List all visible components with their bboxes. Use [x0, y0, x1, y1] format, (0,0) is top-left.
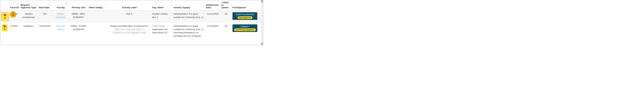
col-header-approval-type[interactable]: Request Approval Type▲▼	[20, 0, 38, 11]
col-header-submission-date[interactable]: Submission Date▲▼	[205, 0, 220, 11]
table-row: 2 136252 2 Student Involvement N/A Redac…	[0, 11, 261, 23]
col-header-form-id[interactable]: Form ID▲▼	[9, 0, 20, 11]
activity-label-cell: Nov 1	[108, 11, 151, 23]
tag-button-highlight: 2	[1, 12, 9, 21]
days-in-queue-cell: 28	[220, 23, 232, 39]
form-queue-button[interactable]: Category I Vice Provost Approver	[232, 24, 257, 32]
submission-date-cell: 07/18/2024	[205, 23, 220, 39]
table-row: 4 121933 Category I 11/01/2024 Redacted …	[0, 23, 261, 39]
form-id-cell: 136252 2	[9, 11, 20, 23]
scrollbar-down[interactable]: ▼	[261, 43, 263, 45]
form-queue-cell: Student Involvement Dept Approver	[232, 11, 261, 23]
col-header-faculty[interactable]: Faculty▲▼	[52, 0, 69, 11]
approval-type-cell: Student Involvement	[20, 11, 38, 23]
annotation-callout: 2	[10, 11, 16, 18]
col-header-other-units[interactable]: Other Unit(s)▲▼	[88, 0, 108, 11]
col-header-days-in-queue[interactable]: # Days in Queue▲▼	[220, 0, 232, 11]
form-queue-cell: Category I Vice Provost Approver	[232, 23, 261, 39]
form-queue-main: Student Involvement	[236, 13, 254, 16]
col-header-activity-types[interactable]: Activity Type(s)	[172, 0, 205, 11]
tag-count: 2	[4, 17, 6, 19]
form-id-cell: 121933	[9, 23, 20, 39]
approval-table: Form ID▲▼ Request Approval Type▲▼ Start …	[0, 0, 261, 39]
col-header-primary-unit[interactable]: Primary Unit▲▼	[69, 0, 88, 11]
start-date-cell: N/A	[38, 11, 52, 23]
approval-type-cell: Category I	[20, 23, 38, 39]
scrollbar-track[interactable]: ▲ ▼	[261, 0, 263, 45]
tag-count: 4	[4, 28, 5, 30]
faculty-cell[interactable]: Redacted Redact	[52, 23, 69, 39]
scrollbar-up[interactable]: ▲	[261, 0, 263, 3]
col-header-tag	[0, 0, 9, 11]
activity-types-cell: Administration of a grant outside the Un…	[172, 23, 205, 39]
submission-date-cell: 11/01/2024	[205, 11, 220, 23]
approval-queue-panel: ▲ ▼ Form ID▲▼ Request Approval Type▲▼ St…	[0, 0, 263, 45]
tag-button[interactable]: 2	[2, 13, 8, 20]
activity-label-cell: Design and fabrication of machines to co…	[108, 23, 151, 39]
col-header-form-queue[interactable]: Form/Queue	[232, 0, 261, 11]
primary-unit-cell: 49060 - MED: SURGERY	[69, 11, 88, 23]
form-queue-button[interactable]: Student Involvement Dept Approver	[232, 12, 257, 20]
form-queue-role: Vice Provost Approver	[234, 28, 256, 31]
form-queue-role: Dept Approver	[238, 16, 252, 19]
tag-icon	[4, 25, 6, 27]
org-name-cell: Another Activity Nov 1	[151, 11, 172, 23]
other-units-cell	[88, 11, 108, 23]
other-units-cell	[88, 23, 108, 39]
start-date-cell: 11/01/2024	[38, 23, 52, 39]
org-name-cell: Robot Maker Applications for Agriculture…	[151, 23, 172, 39]
table-header-row: Form ID▲▼ Request Approval Type▲▼ Start …	[0, 0, 261, 11]
activity-types-cell: Administration of a grant outside the Un…	[172, 11, 205, 23]
col-header-activity-label[interactable]: Activity Label	[108, 0, 151, 11]
form-queue-main: Category I	[240, 25, 250, 28]
tag-button[interactable]: 4	[2, 24, 8, 31]
col-header-start-date[interactable]: Start Date▲▼	[38, 0, 52, 11]
col-header-org-name[interactable]: Org. Name▲▼	[151, 0, 172, 11]
faculty-cell[interactable]: Redact Redacted	[52, 11, 69, 23]
days-in-queue-cell: 26	[220, 11, 232, 23]
primary-unit-cell: 30003 - PLANT SCIENCES	[69, 23, 88, 39]
tag-icon	[4, 14, 6, 16]
